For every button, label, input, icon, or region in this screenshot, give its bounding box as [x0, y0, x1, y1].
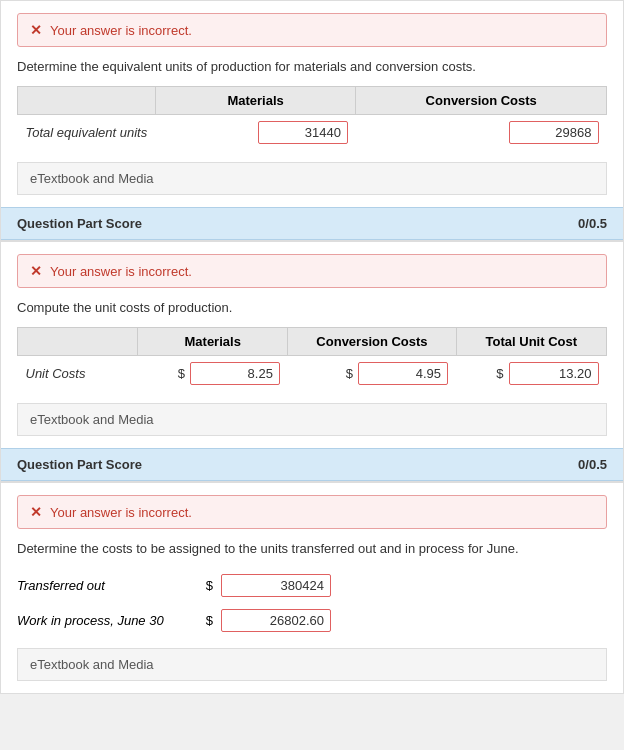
table-row: Unit Costs $ $: [18, 356, 607, 392]
error-message-3: Your answer is incorrect.: [50, 505, 192, 520]
materials-input-cell-2: $: [138, 356, 288, 392]
instruction-2: Compute the unit costs of production.: [17, 300, 607, 315]
error-message-1: Your answer is incorrect.: [50, 23, 192, 38]
total-input-cell-2: $: [456, 356, 606, 392]
score-value-2: 0/0.5: [578, 457, 607, 472]
conversion-input-cell-1: [356, 115, 607, 151]
dollar-total-2: $: [496, 366, 503, 381]
wip-label: Work in process, June 30: [17, 603, 197, 638]
error-banner-3: ✕ Your answer is incorrect.: [17, 495, 607, 529]
table-row: Transferred out $: [17, 568, 607, 603]
materials-input-1[interactable]: [258, 121, 348, 144]
dollar-materials-2: $: [178, 366, 185, 381]
conversion-input-2[interactable]: [358, 362, 448, 385]
etextbook-bar-1[interactable]: eTextbook and Media: [17, 162, 607, 195]
wip-dollar: $: [197, 603, 217, 638]
score-bar-2: Question Part Score 0/0.5: [1, 448, 623, 481]
etextbook-bar-3[interactable]: eTextbook and Media: [17, 648, 607, 681]
table-row: Total equivalent units: [18, 115, 607, 151]
etextbook-label-3: eTextbook and Media: [30, 657, 154, 672]
etextbook-bar-2[interactable]: eTextbook and Media: [17, 403, 607, 436]
row-label-2: Unit Costs: [18, 356, 138, 392]
conversion-input-1[interactable]: [509, 121, 599, 144]
table-1: Materials Conversion Costs Total equival…: [17, 86, 607, 150]
section-2: ✕ Your answer is incorrect. Compute the …: [0, 241, 624, 482]
etextbook-label-1: eTextbook and Media: [30, 171, 154, 186]
score-value-1: 0/0.5: [578, 216, 607, 231]
table-row: Work in process, June 30 $: [17, 603, 607, 638]
transferred-out-dollar: $: [197, 568, 217, 603]
transferred-out-label: Transferred out: [17, 568, 197, 603]
instruction-3: Determine the costs to be assigned to th…: [17, 541, 607, 556]
section-1: ✕ Your answer is incorrect. Determine th…: [0, 0, 624, 241]
wip-input-cell: [217, 603, 607, 638]
table-2: Materials Conversion Costs Total Unit Co…: [17, 327, 607, 391]
error-banner-1: ✕ Your answer is incorrect.: [17, 13, 607, 47]
error-message-2: Your answer is incorrect.: [50, 264, 192, 279]
header-empty-2: [18, 328, 138, 356]
score-bar-1: Question Part Score 0/0.5: [1, 207, 623, 240]
instruction-1: Determine the equivalent units of produc…: [17, 59, 607, 74]
error-icon-1: ✕: [30, 22, 42, 38]
header-materials-1: Materials: [155, 87, 356, 115]
error-icon-2: ✕: [30, 263, 42, 279]
dollar-conversion-2: $: [346, 366, 353, 381]
row-label-1: Total equivalent units: [18, 115, 156, 151]
wip-input[interactable]: [221, 609, 331, 632]
header-conversion-1: Conversion Costs: [356, 87, 607, 115]
table-3: Transferred out $ Work in process, June …: [17, 568, 607, 638]
error-banner-2: ✕ Your answer is incorrect.: [17, 254, 607, 288]
header-total-2: Total Unit Cost: [456, 328, 606, 356]
section-3: ✕ Your answer is incorrect. Determine th…: [0, 482, 624, 694]
transferred-out-input-cell: [217, 568, 607, 603]
etextbook-label-2: eTextbook and Media: [30, 412, 154, 427]
error-icon-3: ✕: [30, 504, 42, 520]
transferred-out-input[interactable]: [221, 574, 331, 597]
materials-input-2[interactable]: [190, 362, 280, 385]
score-label-2: Question Part Score: [17, 457, 142, 472]
header-empty-1: [18, 87, 156, 115]
conversion-input-cell-2: $: [288, 356, 456, 392]
header-conversion-2: Conversion Costs: [288, 328, 456, 356]
materials-input-cell-1: [155, 115, 356, 151]
score-label-1: Question Part Score: [17, 216, 142, 231]
total-input-2[interactable]: [509, 362, 599, 385]
header-materials-2: Materials: [138, 328, 288, 356]
